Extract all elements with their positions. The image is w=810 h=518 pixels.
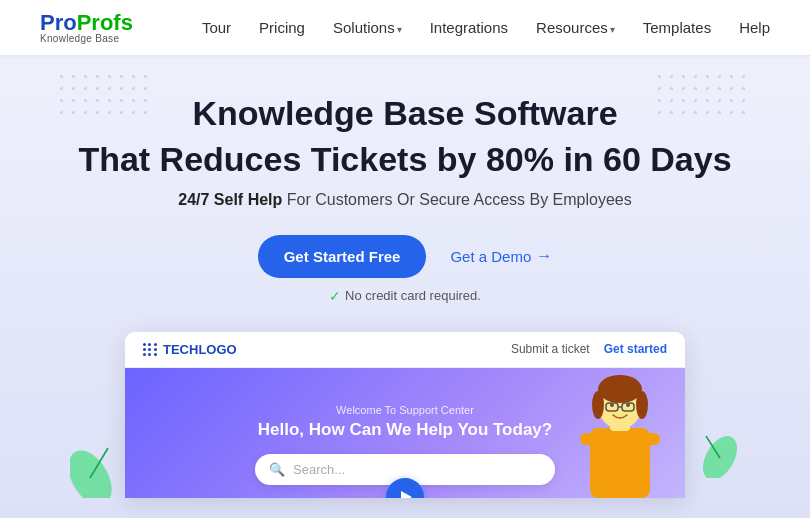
preview-topbar: TECHLOGO Submit a ticket Get started — [125, 332, 685, 368]
hero-cta-row: Get Started Free Get a Demo → — [40, 235, 770, 278]
tech-logo: TECHLOGO — [143, 342, 237, 357]
dots-right-decoration — [658, 75, 750, 119]
svg-rect-6 — [635, 433, 660, 445]
nav-resources[interactable]: Resources▾ — [536, 19, 615, 36]
nav-integrations[interactable]: Integrations — [430, 19, 508, 36]
svg-point-16 — [626, 403, 630, 407]
preview-card: TECHLOGO Submit a ticket Get started Wel… — [125, 332, 685, 498]
logo[interactable]: ProProfs Knowledge Base — [40, 12, 133, 44]
submit-ticket-link[interactable]: Submit a ticket — [511, 342, 590, 356]
hero-heading2: That Reduces Tickets by 80% in 60 Days — [40, 140, 770, 179]
dots-left-decoration — [60, 75, 152, 119]
svg-point-11 — [636, 391, 648, 419]
preview-get-started-link[interactable]: Get started — [604, 342, 667, 356]
logo-brand: ProProfs — [40, 12, 133, 34]
svg-point-15 — [610, 403, 614, 407]
search-icon: 🔍 — [269, 462, 285, 477]
get-demo-button[interactable]: Get a Demo → — [450, 247, 552, 265]
nav-solutions[interactable]: Solutions▾ — [333, 19, 402, 36]
nav-help[interactable]: Help — [739, 19, 770, 36]
preview-wrapper: TECHLOGO Submit a ticket Get started Wel… — [40, 332, 770, 498]
leaf-right-decoration — [680, 418, 740, 478]
svg-point-9 — [598, 375, 642, 403]
arrow-icon: → — [536, 247, 552, 265]
no-credit-card-notice: ✓ No credit card required. — [40, 288, 770, 304]
svg-point-10 — [592, 391, 604, 419]
nav-pricing[interactable]: Pricing — [259, 19, 305, 36]
nav-templates[interactable]: Templates — [643, 19, 711, 36]
svg-rect-5 — [580, 433, 605, 445]
hero-section: Knowledge Base Software That Reduces Tic… — [0, 55, 810, 518]
nav-tour[interactable]: Tour — [202, 19, 231, 36]
tech-logo-icon — [143, 343, 157, 356]
search-placeholder: Search... — [293, 462, 541, 477]
preview-topbar-right: Submit a ticket Get started — [511, 342, 667, 356]
nav-links: Tour Pricing Solutions▾ Integrations Res… — [202, 19, 770, 37]
woman-illustration — [575, 373, 665, 498]
check-icon: ✓ — [329, 288, 341, 304]
navbar: ProProfs Knowledge Base Tour Pricing Sol… — [0, 0, 810, 55]
hero-subtitle: 24/7 Self Help For Customers Or Secure A… — [40, 191, 770, 209]
logo-sub: Knowledge Base — [40, 34, 133, 44]
preview-hero-banner: Welcome To Support Center Hello, How Can… — [125, 368, 685, 498]
play-icon — [401, 491, 412, 498]
get-started-button[interactable]: Get Started Free — [258, 235, 427, 278]
